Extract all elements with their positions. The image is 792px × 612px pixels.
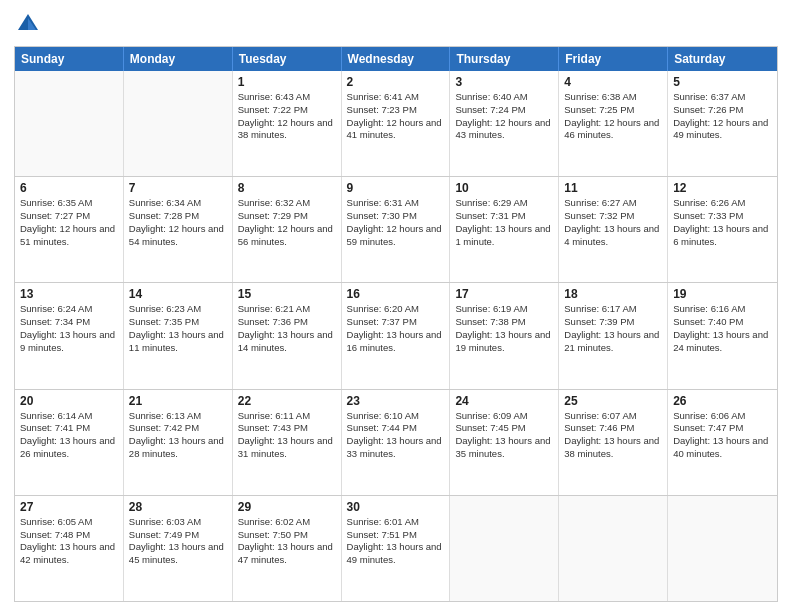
- day-number: 21: [129, 394, 227, 408]
- day-number: 3: [455, 75, 553, 89]
- calendar-cell: 9Sunrise: 6:31 AM Sunset: 7:30 PM Daylig…: [342, 177, 451, 282]
- calendar-cell: 27Sunrise: 6:05 AM Sunset: 7:48 PM Dayli…: [15, 496, 124, 601]
- day-number: 10: [455, 181, 553, 195]
- calendar-cell: 24Sunrise: 6:09 AM Sunset: 7:45 PM Dayli…: [450, 390, 559, 495]
- day-number: 2: [347, 75, 445, 89]
- day-number: 29: [238, 500, 336, 514]
- calendar-cell: [15, 71, 124, 176]
- day-info: Sunrise: 6:20 AM Sunset: 7:37 PM Dayligh…: [347, 303, 445, 354]
- day-info: Sunrise: 6:35 AM Sunset: 7:27 PM Dayligh…: [20, 197, 118, 248]
- day-info: Sunrise: 6:09 AM Sunset: 7:45 PM Dayligh…: [455, 410, 553, 461]
- calendar: SundayMondayTuesdayWednesdayThursdayFrid…: [14, 46, 778, 602]
- day-info: Sunrise: 6:29 AM Sunset: 7:31 PM Dayligh…: [455, 197, 553, 248]
- calendar-cell: 30Sunrise: 6:01 AM Sunset: 7:51 PM Dayli…: [342, 496, 451, 601]
- day-info: Sunrise: 6:10 AM Sunset: 7:44 PM Dayligh…: [347, 410, 445, 461]
- calendar-cell: 28Sunrise: 6:03 AM Sunset: 7:49 PM Dayli…: [124, 496, 233, 601]
- calendar-cell: 17Sunrise: 6:19 AM Sunset: 7:38 PM Dayli…: [450, 283, 559, 388]
- calendar-cell: 12Sunrise: 6:26 AM Sunset: 7:33 PM Dayli…: [668, 177, 777, 282]
- day-number: 5: [673, 75, 772, 89]
- day-number: 23: [347, 394, 445, 408]
- day-info: Sunrise: 6:41 AM Sunset: 7:23 PM Dayligh…: [347, 91, 445, 142]
- day-info: Sunrise: 6:40 AM Sunset: 7:24 PM Dayligh…: [455, 91, 553, 142]
- day-info: Sunrise: 6:19 AM Sunset: 7:38 PM Dayligh…: [455, 303, 553, 354]
- calendar-cell: 29Sunrise: 6:02 AM Sunset: 7:50 PM Dayli…: [233, 496, 342, 601]
- day-info: Sunrise: 6:38 AM Sunset: 7:25 PM Dayligh…: [564, 91, 662, 142]
- day-info: Sunrise: 6:27 AM Sunset: 7:32 PM Dayligh…: [564, 197, 662, 248]
- calendar-cell: 1Sunrise: 6:43 AM Sunset: 7:22 PM Daylig…: [233, 71, 342, 176]
- day-number: 1: [238, 75, 336, 89]
- logo-icon: [14, 10, 42, 38]
- logo: [14, 10, 46, 38]
- day-info: Sunrise: 6:06 AM Sunset: 7:47 PM Dayligh…: [673, 410, 772, 461]
- day-number: 13: [20, 287, 118, 301]
- calendar-row-4: 20Sunrise: 6:14 AM Sunset: 7:41 PM Dayli…: [15, 389, 777, 495]
- day-number: 8: [238, 181, 336, 195]
- calendar-cell: 15Sunrise: 6:21 AM Sunset: 7:36 PM Dayli…: [233, 283, 342, 388]
- calendar-cell: 10Sunrise: 6:29 AM Sunset: 7:31 PM Dayli…: [450, 177, 559, 282]
- day-number: 9: [347, 181, 445, 195]
- day-info: Sunrise: 6:11 AM Sunset: 7:43 PM Dayligh…: [238, 410, 336, 461]
- calendar-cell: 26Sunrise: 6:06 AM Sunset: 7:47 PM Dayli…: [668, 390, 777, 495]
- day-info: Sunrise: 6:13 AM Sunset: 7:42 PM Dayligh…: [129, 410, 227, 461]
- weekday-header-saturday: Saturday: [668, 47, 777, 71]
- day-number: 15: [238, 287, 336, 301]
- day-info: Sunrise: 6:31 AM Sunset: 7:30 PM Dayligh…: [347, 197, 445, 248]
- calendar-cell: [559, 496, 668, 601]
- day-info: Sunrise: 6:26 AM Sunset: 7:33 PM Dayligh…: [673, 197, 772, 248]
- weekday-header-monday: Monday: [124, 47, 233, 71]
- day-info: Sunrise: 6:43 AM Sunset: 7:22 PM Dayligh…: [238, 91, 336, 142]
- calendar-cell: 23Sunrise: 6:10 AM Sunset: 7:44 PM Dayli…: [342, 390, 451, 495]
- day-number: 18: [564, 287, 662, 301]
- day-info: Sunrise: 6:14 AM Sunset: 7:41 PM Dayligh…: [20, 410, 118, 461]
- weekday-header-wednesday: Wednesday: [342, 47, 451, 71]
- day-info: Sunrise: 6:03 AM Sunset: 7:49 PM Dayligh…: [129, 516, 227, 567]
- day-number: 16: [347, 287, 445, 301]
- day-number: 24: [455, 394, 553, 408]
- day-info: Sunrise: 6:24 AM Sunset: 7:34 PM Dayligh…: [20, 303, 118, 354]
- calendar-row-1: 1Sunrise: 6:43 AM Sunset: 7:22 PM Daylig…: [15, 71, 777, 176]
- calendar-cell: 20Sunrise: 6:14 AM Sunset: 7:41 PM Dayli…: [15, 390, 124, 495]
- calendar-cell: 18Sunrise: 6:17 AM Sunset: 7:39 PM Dayli…: [559, 283, 668, 388]
- day-info: Sunrise: 6:23 AM Sunset: 7:35 PM Dayligh…: [129, 303, 227, 354]
- calendar-row-5: 27Sunrise: 6:05 AM Sunset: 7:48 PM Dayli…: [15, 495, 777, 601]
- day-number: 14: [129, 287, 227, 301]
- day-info: Sunrise: 6:17 AM Sunset: 7:39 PM Dayligh…: [564, 303, 662, 354]
- day-number: 7: [129, 181, 227, 195]
- calendar-cell: 2Sunrise: 6:41 AM Sunset: 7:23 PM Daylig…: [342, 71, 451, 176]
- day-number: 6: [20, 181, 118, 195]
- calendar-cell: 21Sunrise: 6:13 AM Sunset: 7:42 PM Dayli…: [124, 390, 233, 495]
- weekday-header-sunday: Sunday: [15, 47, 124, 71]
- day-number: 26: [673, 394, 772, 408]
- calendar-row-2: 6Sunrise: 6:35 AM Sunset: 7:27 PM Daylig…: [15, 176, 777, 282]
- day-info: Sunrise: 6:02 AM Sunset: 7:50 PM Dayligh…: [238, 516, 336, 567]
- calendar-cell: 19Sunrise: 6:16 AM Sunset: 7:40 PM Dayli…: [668, 283, 777, 388]
- day-number: 19: [673, 287, 772, 301]
- day-info: Sunrise: 6:07 AM Sunset: 7:46 PM Dayligh…: [564, 410, 662, 461]
- calendar-cell: 3Sunrise: 6:40 AM Sunset: 7:24 PM Daylig…: [450, 71, 559, 176]
- calendar-header: SundayMondayTuesdayWednesdayThursdayFrid…: [15, 47, 777, 71]
- calendar-cell: 5Sunrise: 6:37 AM Sunset: 7:26 PM Daylig…: [668, 71, 777, 176]
- day-info: Sunrise: 6:37 AM Sunset: 7:26 PM Dayligh…: [673, 91, 772, 142]
- calendar-row-3: 13Sunrise: 6:24 AM Sunset: 7:34 PM Dayli…: [15, 282, 777, 388]
- calendar-cell: [668, 496, 777, 601]
- day-number: 20: [20, 394, 118, 408]
- calendar-cell: 25Sunrise: 6:07 AM Sunset: 7:46 PM Dayli…: [559, 390, 668, 495]
- calendar-cell: 22Sunrise: 6:11 AM Sunset: 7:43 PM Dayli…: [233, 390, 342, 495]
- calendar-cell: 8Sunrise: 6:32 AM Sunset: 7:29 PM Daylig…: [233, 177, 342, 282]
- day-number: 11: [564, 181, 662, 195]
- day-info: Sunrise: 6:01 AM Sunset: 7:51 PM Dayligh…: [347, 516, 445, 567]
- calendar-cell: 14Sunrise: 6:23 AM Sunset: 7:35 PM Dayli…: [124, 283, 233, 388]
- calendar-body: 1Sunrise: 6:43 AM Sunset: 7:22 PM Daylig…: [15, 71, 777, 601]
- weekday-header-tuesday: Tuesday: [233, 47, 342, 71]
- day-info: Sunrise: 6:16 AM Sunset: 7:40 PM Dayligh…: [673, 303, 772, 354]
- calendar-cell: 6Sunrise: 6:35 AM Sunset: 7:27 PM Daylig…: [15, 177, 124, 282]
- calendar-cell: [450, 496, 559, 601]
- calendar-cell: 11Sunrise: 6:27 AM Sunset: 7:32 PM Dayli…: [559, 177, 668, 282]
- day-info: Sunrise: 6:21 AM Sunset: 7:36 PM Dayligh…: [238, 303, 336, 354]
- calendar-cell: 13Sunrise: 6:24 AM Sunset: 7:34 PM Dayli…: [15, 283, 124, 388]
- day-info: Sunrise: 6:32 AM Sunset: 7:29 PM Dayligh…: [238, 197, 336, 248]
- day-number: 22: [238, 394, 336, 408]
- day-number: 27: [20, 500, 118, 514]
- calendar-cell: 16Sunrise: 6:20 AM Sunset: 7:37 PM Dayli…: [342, 283, 451, 388]
- weekday-header-thursday: Thursday: [450, 47, 559, 71]
